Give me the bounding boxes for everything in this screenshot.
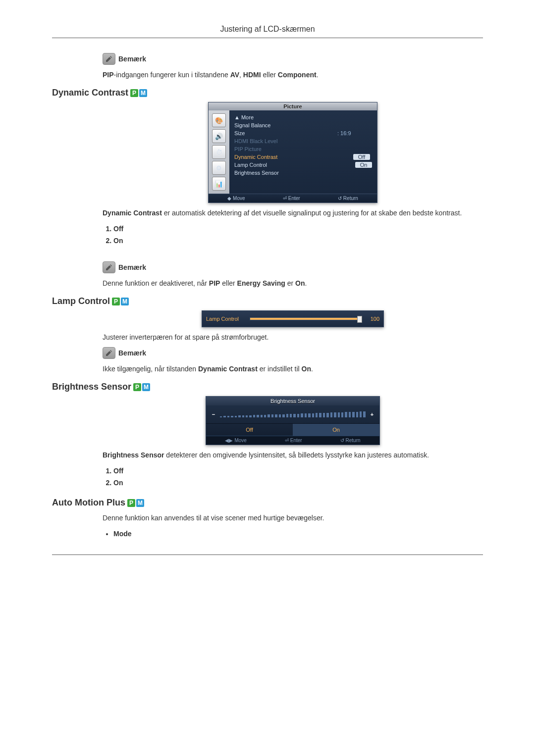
badge-p-icon: P	[112, 298, 120, 305]
content-area: Bemærk PIP-indgangen fungerer kun i tils…	[52, 53, 483, 540]
osd-move-hint: ◆ Move	[227, 196, 245, 201]
osd-brightness-panel: Brightness Sensor − + Off On ◀▶ Move	[206, 396, 380, 445]
page-header-title: Justering af LCD-skærmen	[52, 25, 483, 38]
pm-badges: P M	[127, 499, 144, 507]
bs-track	[220, 411, 366, 417]
badge-m-icon: M	[142, 383, 150, 391]
badge-p-icon: P	[127, 499, 135, 507]
dynamic-contrast-options: Off On	[103, 223, 483, 247]
osd-lamp-val: On	[355, 162, 372, 168]
heading-dynamic-contrast: Dynamic Contrast P M	[52, 88, 483, 98]
osd-items: ▲ More Signal Balance Size : 16:9 HDMI B…	[229, 110, 377, 194]
note-label: Bemærk	[118, 55, 146, 63]
bs-title: Brightness Sensor	[206, 397, 379, 405]
setup-tab-icon: ⏱	[212, 145, 226, 159]
pm-badges: P M	[130, 89, 147, 97]
auto-motion-plus-body: Denne funktion kan anvendes til at vise …	[103, 514, 483, 540]
lamp-control-note: Ikke tilgængelig, når tilstanden Dynamic…	[103, 365, 483, 373]
osd-brightness-wrap: Brightness Sensor − + Off On ◀▶ Move	[103, 396, 483, 445]
multi-tab-icon: ⚙	[212, 161, 226, 175]
bs-slider-row: − +	[206, 405, 379, 423]
note-label: Bemærk	[118, 349, 146, 357]
osd-pip-picture: PIP Picture	[234, 146, 372, 152]
brightness-sensor-options: Off On	[103, 465, 483, 489]
osd-bright-sensor-item: Brightness Sensor	[234, 170, 372, 176]
osd-signal-balance: Signal Balance	[234, 122, 372, 128]
bs-options-row: Off On	[206, 423, 379, 436]
osd-picture-wrap: Picture 🎨 🔊 ⏱ ⚙ 📊 ▲ More Signal Balance	[103, 102, 483, 203]
pencil-icon	[103, 53, 115, 65]
brightness-sensor-desc: Brightness Sensor detekterer den omgiven…	[103, 451, 483, 459]
brightness-sensor-body: Brightness Sensor − + Off On ◀▶ Move	[103, 396, 483, 489]
intro-block: Bemærk PIP-indgangen fungerer kun i tils…	[103, 53, 483, 79]
picture-tab-icon: 🎨	[212, 113, 226, 127]
heading-text: Lamp Control	[52, 296, 110, 306]
osd-lamp: Lamp Control	[234, 162, 355, 168]
osd-return-hint: ↺ Return	[338, 196, 358, 201]
osd-lamp-panel: Lamp Control 100	[202, 310, 384, 327]
lamp-osd-label: Lamp Control	[206, 316, 246, 322]
osd-lamp-wrap: Lamp Control 100	[103, 310, 483, 327]
pencil-icon	[103, 261, 115, 273]
lamp-osd-value: 100	[365, 316, 379, 322]
lamp-slider-fill	[250, 318, 360, 320]
list-item: On	[113, 235, 483, 247]
osd-footer: ◆ Move ⏎ Enter ↺ Return	[209, 194, 377, 202]
minus-icon: −	[211, 411, 216, 417]
bs-move-hint: ◀▶ Move	[225, 438, 246, 443]
osd-picture-menu: Picture 🎨 🔊 ⏱ ⚙ 📊 ▲ More Signal Balance	[208, 102, 377, 203]
info-tab-icon: 📊	[212, 177, 226, 191]
osd-more: ▲ More	[234, 114, 372, 120]
pencil-icon	[103, 347, 115, 359]
badge-m-icon: M	[136, 499, 144, 507]
auto-motion-desc: Denne funktion kan anvendes til at vise …	[103, 514, 483, 522]
heading-lamp-control: Lamp Control P M	[52, 296, 483, 306]
badge-m-icon: M	[139, 89, 147, 97]
bs-return-hint: ↺ Return	[340, 438, 361, 443]
heading-brightness-sensor: Brightness Sensor P M	[52, 382, 483, 392]
osd-size: Size	[234, 130, 337, 136]
heading-text: Dynamic Contrast	[52, 88, 128, 98]
osd-dyn-contrast: Dynamic Contrast	[234, 154, 353, 160]
dynamic-contrast-desc: Dynamic Contrast er automatisk detekteri…	[103, 209, 483, 217]
bs-on-option: On	[293, 424, 379, 436]
heading-auto-motion-plus: Auto Motion Plus P M	[52, 498, 483, 508]
bs-off-option: Off	[206, 424, 293, 436]
plus-icon: +	[370, 411, 374, 417]
heading-text: Auto Motion Plus	[52, 498, 125, 508]
dynamic-contrast-body: Picture 🎨 🔊 ⏱ ⚙ 📊 ▲ More Signal Balance	[103, 102, 483, 287]
osd-dyn-contrast-val: Off	[353, 154, 370, 160]
list-item: Mode	[113, 528, 483, 540]
osd-hdmi-black: HDMI Black Level	[234, 138, 372, 144]
osd-size-val: : 16:9	[337, 130, 372, 136]
bs-footer: ◀▶ Move ⏎ Enter ↺ Return	[206, 436, 379, 445]
osd-title: Picture	[209, 102, 377, 110]
list-item: Off	[113, 465, 483, 477]
auto-motion-bullets: Mode	[103, 528, 483, 540]
note-block: Bemærk	[103, 53, 483, 65]
note-block: Bemærk	[103, 347, 483, 359]
dyn-contrast-note: Denne funktion er deaktiveret, når PIP e…	[103, 279, 483, 287]
sound-tab-icon: 🔊	[212, 129, 226, 143]
lamp-slider-handle	[357, 316, 362, 323]
lamp-control-desc: Justerer inverterpæren for at spare på s…	[103, 333, 483, 341]
list-item: Off	[113, 223, 483, 235]
document-page: Justering af LCD-skærmen Bemærk PIP-indg…	[0, 0, 535, 575]
note-block: Bemærk	[103, 261, 483, 273]
intro-note-text: PIP-indgangen fungerer kun i tilstandene…	[103, 71, 483, 79]
list-item: On	[113, 477, 483, 489]
pm-badges: P M	[112, 298, 129, 305]
osd-sidebar: 🎨 🔊 ⏱ ⚙ 📊	[209, 110, 229, 194]
badge-p-icon: P	[133, 383, 141, 391]
note-label: Bemærk	[118, 263, 146, 271]
lamp-slider	[250, 317, 361, 320]
badge-p-icon: P	[130, 89, 138, 97]
pm-badges: P M	[133, 383, 150, 391]
badge-m-icon: M	[121, 298, 129, 305]
lamp-control-body: Lamp Control 100 Justerer inverterpæren …	[103, 310, 483, 373]
osd-enter-hint: ⏎ Enter	[283, 196, 300, 201]
footer-rule	[52, 554, 483, 555]
bs-enter-hint: ⏎ Enter	[285, 438, 302, 443]
heading-text: Brightness Sensor	[52, 382, 131, 392]
